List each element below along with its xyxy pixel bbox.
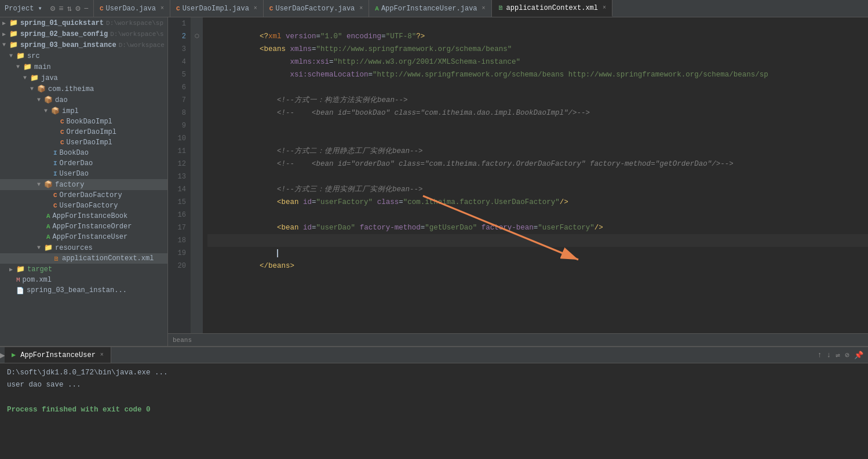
console-line-3 <box>7 392 861 404</box>
file-icon: 📄 <box>16 287 24 294</box>
bottom-tab-bar: ▶ ▶ AppForInstanceUser × ↑ ↓ ⇌ ⊘ 📌 <box>0 347 868 363</box>
sidebar-item-resources[interactable]: ▼ 📁 resources <box>0 242 167 253</box>
expand-arrow: ▼ <box>37 97 44 103</box>
sidebar-item-dao[interactable]: ▼ 📦 dao <box>0 94 167 105</box>
sidebar-item-orderdao[interactable]: I OrderDao <box>0 158 167 169</box>
sidebar-item-target[interactable]: ▶ 📁 target <box>0 264 167 275</box>
app-icon: A <box>46 223 50 230</box>
folder-label: main <box>34 63 51 71</box>
folder-icon: 📁 <box>23 63 32 71</box>
sidebar-item-bookdao[interactable]: I BookDao <box>0 148 167 158</box>
sidebar-item-spring03-text[interactable]: 📄 spring_03_bean_instan... <box>0 285 167 296</box>
sidebar-item-userdaoimpl[interactable]: C UserDaoImpl <box>0 137 167 148</box>
editor-status-bar: beans <box>168 333 868 346</box>
console-line-4: Process finished with exit code 0 <box>7 404 861 416</box>
code-line-7: <!-- <bean id="bookDao" class="com.ithei… <box>207 94 868 107</box>
class-label: OrderDaoImpl <box>67 128 116 136</box>
editor-content[interactable]: 1 2 3 4 5 6 7 8 9 10 11 12 13 14 15 16 1 <box>168 17 868 333</box>
app-icon: A <box>46 213 50 220</box>
sidebar-item-impl[interactable]: ▼ 📦 impl <box>0 105 167 116</box>
package-label: com.itheima <box>48 85 94 93</box>
scroll-down-icon[interactable]: ↓ <box>827 351 831 359</box>
sidebar-item-main[interactable]: ▼ 📁 main <box>0 61 167 72</box>
tab-appforinstanceuser-close[interactable]: × <box>482 5 486 12</box>
interface-label: UserDao <box>60 170 89 178</box>
code-line-6: <!--方式一：构造方法实例化bean--> <box>207 81 868 94</box>
sidebar-item-com-itheima[interactable]: ▼ 📦 com.itheima <box>0 83 167 94</box>
sidebar-item-orderdaoimpl[interactable]: C OrderDaoImpl <box>0 127 167 137</box>
code-line-10: <!--方式二：使用静态工厂实例化bean--> <box>207 132 868 145</box>
pin-icon[interactable]: 📌 <box>854 351 863 360</box>
code-line-13: <!--方式三：使用实例工厂实例化bean--> <box>207 170 868 183</box>
class-label: UserDaoFactory <box>60 202 118 210</box>
code-lines[interactable]: <?xml version="1.0" encoding="UTF-8"?> <… <box>203 17 868 333</box>
class-icon: C <box>60 139 64 146</box>
code-line-15 <box>207 196 868 209</box>
xml-icon: 🗎 <box>498 4 504 12</box>
sidebar-item-orderdaofactory[interactable]: C OrderDaoFactory <box>0 190 167 201</box>
console-output: D:\soft\jdk1.8.0_172\bin\java.exe ... us… <box>0 363 868 459</box>
folder-icon: 📁 <box>30 74 39 82</box>
app-icon: A <box>46 234 50 241</box>
sidebar-item-bookdaoimpl[interactable]: C BookDaoImpl <box>0 116 167 127</box>
expand-arrow: ▼ <box>30 86 37 92</box>
code-line-11: <!-- <bean id="orderDao" class="com.ithe… <box>207 145 868 158</box>
sidebar-item-factory[interactable]: ▼ 📦 factory <box>0 179 167 190</box>
settings-icon[interactable]: ⚙ <box>50 3 55 13</box>
tab-userdaoimpl-close[interactable]: × <box>254 5 257 12</box>
interface-label: OrderDao <box>60 159 93 167</box>
structure-icon[interactable]: ≡ <box>59 4 63 13</box>
interface-icon: I <box>53 150 57 156</box>
folder-label: java <box>41 74 58 82</box>
run-indicator: ▶ <box>12 351 16 359</box>
sidebar-item-spring02[interactable]: ▶ 📁 spring_02_base_config D:\workspace\s <box>0 28 167 39</box>
clear-icon[interactable]: ⊘ <box>845 351 849 360</box>
tab-userdaofactory-close[interactable]: × <box>359 5 363 12</box>
bottom-tab-close[interactable]: × <box>100 352 104 358</box>
code-line-1: <?xml version="1.0" encoding="UTF-8"?> <box>207 17 868 30</box>
code-line-2: <beans xmlns="http://www.springframework… <box>207 30 868 43</box>
sidebar-item-java[interactable]: ▼ 📁 java <box>0 72 167 83</box>
sidebar-item-apporder[interactable]: A AppForInstanceOrder <box>0 221 167 232</box>
expand-arrow: ▼ <box>2 42 9 48</box>
console-line-1: D:\soft\jdk1.8.0_172\bin\java.exe ... <box>7 367 861 379</box>
xml-file-icon: 🗎 <box>53 255 60 263</box>
tab-applicationcontext[interactable]: 🗎 applicationContext.xml × <box>492 0 612 17</box>
sidebar-item-appuser[interactable]: A AppForInstanceUser <box>0 232 167 242</box>
package-icon: 📦 <box>37 85 46 93</box>
gutter: ⬡ <box>191 17 203 333</box>
folder-icon: 📁 <box>9 41 18 49</box>
expand-arrow: ▼ <box>37 245 44 251</box>
expand-arrow: ▶ <box>9 266 16 273</box>
code-line-19: </beans> <box>207 247 868 260</box>
project-path: D:\workspace\sp <box>106 20 163 27</box>
sidebar-item-src[interactable]: ▼ 📁 src <box>0 50 167 61</box>
code-view: 1 2 3 4 5 6 7 8 9 10 11 12 13 14 15 16 1 <box>168 17 868 333</box>
sidebar-item-applicationcontext[interactable]: 🗎 applicationContext.xml <box>0 253 167 264</box>
tab-userdao[interactable]: C UserDao.java × <box>94 0 170 17</box>
tab-userdaoimpl[interactable]: C UserDaoImpl.java × <box>170 0 264 17</box>
options-icon[interactable]: ⚙ <box>75 3 80 13</box>
sidebar-item-pom[interactable]: M pom.xml <box>0 275 167 285</box>
sidebar-item-spring03[interactable]: ▼ 📁 spring_03_bean_instance D:\workspace <box>0 39 167 50</box>
class-label: OrderDaoFactory <box>60 191 122 199</box>
scroll-up-icon[interactable]: ↑ <box>818 351 822 359</box>
folder-label: resources <box>55 244 93 252</box>
tab-appforinstanceuser[interactable]: A AppForInstanceUser.java × <box>369 0 491 17</box>
code-line-12 <box>207 158 868 170</box>
bottom-tab-appforinstanceuser[interactable]: ▶ AppForInstanceUser × <box>5 347 111 363</box>
sidebar-item-spring01[interactable]: ▶ 📁 spring_01_quickstart D:\workspace\sp <box>0 17 167 28</box>
tab-userdao-label: UserDao.java <box>106 5 156 13</box>
expand-arrow: ▼ <box>44 108 51 114</box>
wrap-icon[interactable]: ⇌ <box>836 351 840 360</box>
minimize-icon[interactable]: − <box>84 4 89 13</box>
sort-icon[interactable]: ⇅ <box>67 3 72 13</box>
tab-userdao-close[interactable]: × <box>161 5 164 12</box>
sidebar-item-appbook[interactable]: A AppForInstanceBook <box>0 211 167 221</box>
status-text: beans <box>173 337 192 344</box>
tab-userdaofactory[interactable]: C UserDaoFactory.java × <box>264 0 369 17</box>
bottom-panel: ▶ ▶ AppForInstanceUser × ↑ ↓ ⇌ ⊘ 📌 D:\so… <box>0 346 868 459</box>
sidebar-item-userdaofactory[interactable]: C UserDaoFactory <box>0 201 167 211</box>
sidebar-item-userdao[interactable]: I UserDao <box>0 169 167 179</box>
tab-applicationcontext-close[interactable]: × <box>603 5 606 11</box>
